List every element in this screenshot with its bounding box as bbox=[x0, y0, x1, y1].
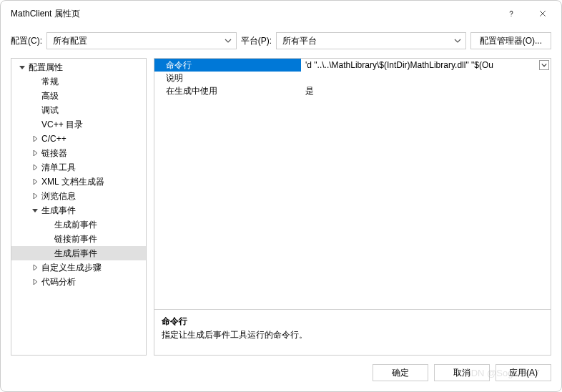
config-manager-button[interactable]: 配置管理器(O)... bbox=[470, 32, 551, 49]
chevron-down-icon bbox=[454, 37, 461, 44]
tree-item-label: VC++ 目录 bbox=[41, 119, 83, 131]
chevron-right-icon[interactable] bbox=[30, 148, 40, 158]
tree-item[interactable]: 配置属性 bbox=[11, 60, 146, 74]
tree-item[interactable]: 生成后事件 bbox=[11, 246, 146, 260]
property-row[interactable]: 在生成中使用是 bbox=[154, 84, 551, 97]
property-row[interactable]: 说明 bbox=[154, 72, 551, 84]
tree-item-label: 链接器 bbox=[41, 147, 67, 160]
tree-item[interactable]: 链接器 bbox=[11, 146, 146, 160]
tree-item[interactable]: 浏览信息 bbox=[11, 189, 146, 203]
property-name: 在生成中使用 bbox=[154, 84, 301, 97]
chevron-down-icon bbox=[225, 37, 232, 44]
tree-item-label: 生成事件 bbox=[41, 205, 76, 217]
tree-item-label: 浏览信息 bbox=[41, 190, 76, 202]
tree-item-label: C/C++ bbox=[41, 134, 66, 144]
property-value[interactable]: 'd "..\..\MathLibrary\$(IntDir)MathLibra… bbox=[301, 59, 551, 72]
tree-item-label: 常规 bbox=[41, 76, 59, 88]
description-text: 指定让生成后事件工具运行的命令行。 bbox=[162, 329, 543, 341]
tree-item[interactable]: VC++ 目录 bbox=[11, 117, 146, 132]
tree-item[interactable]: 常规 bbox=[11, 74, 146, 89]
tree-item-label: 高级 bbox=[41, 90, 59, 102]
chevron-down-icon[interactable] bbox=[30, 205, 40, 215]
svg-point-0 bbox=[511, 16, 511, 16]
chevron-down-icon[interactable] bbox=[17, 62, 27, 72]
tree-item-label: 自定义生成步骤 bbox=[41, 262, 102, 274]
tree-item-label: 生成后事件 bbox=[54, 248, 97, 260]
ok-button[interactable]: 确定 bbox=[373, 364, 428, 381]
description-panel: 命令行 指定让生成后事件工具运行的命令行。 bbox=[154, 309, 551, 355]
description-title: 命令行 bbox=[162, 315, 543, 328]
window-title: MathClient 属性页 bbox=[11, 8, 496, 20]
platform-dropdown[interactable]: 所有平台 bbox=[276, 32, 466, 49]
config-label: 配置(C): bbox=[11, 35, 42, 47]
tree-item-label: 清单工具 bbox=[41, 162, 76, 174]
tree-item[interactable]: 链接前事件 bbox=[11, 232, 146, 246]
close-icon[interactable] bbox=[527, 2, 558, 25]
property-name: 说明 bbox=[154, 72, 301, 84]
tree-item[interactable]: 高级 bbox=[11, 89, 146, 103]
tree-item[interactable]: 生成事件 bbox=[11, 203, 146, 217]
property-row[interactable]: 命令行'd "..\..\MathLibrary\$(IntDir)MathLi… bbox=[154, 59, 551, 72]
tree-item[interactable]: 自定义生成步骤 bbox=[11, 260, 146, 275]
property-name: 命令行 bbox=[154, 59, 301, 72]
tree-item-label: 调试 bbox=[41, 104, 59, 117]
chevron-right-icon[interactable] bbox=[30, 277, 40, 287]
help-icon[interactable] bbox=[496, 2, 527, 25]
chevron-right-icon[interactable] bbox=[30, 263, 40, 273]
tree-item-label: 生成前事件 bbox=[54, 219, 97, 231]
nav-tree[interactable]: 配置属性常规高级调试VC++ 目录C/C++链接器清单工具XML 文档生成器浏览… bbox=[11, 58, 147, 356]
chevron-right-icon[interactable] bbox=[30, 191, 40, 201]
tree-item-label: XML 文档生成器 bbox=[41, 176, 104, 188]
tree-item[interactable]: 生成前事件 bbox=[11, 217, 146, 232]
tree-item[interactable]: C/C++ bbox=[11, 132, 146, 146]
tree-item[interactable]: 清单工具 bbox=[11, 160, 146, 175]
config-dropdown[interactable]: 所有配置 bbox=[46, 32, 237, 49]
chevron-right-icon[interactable] bbox=[30, 162, 40, 172]
property-grid[interactable]: 命令行'd "..\..\MathLibrary\$(IntDir)MathLi… bbox=[154, 59, 551, 309]
tree-item-label: 链接前事件 bbox=[54, 233, 97, 245]
tree-item-label: 配置属性 bbox=[29, 62, 63, 74]
chevron-right-icon[interactable] bbox=[30, 134, 40, 144]
chevron-right-icon[interactable] bbox=[30, 177, 40, 187]
platform-value: 所有平台 bbox=[282, 35, 317, 47]
cancel-button[interactable]: 取消 bbox=[434, 364, 490, 381]
chevron-down-icon[interactable] bbox=[539, 60, 549, 70]
tree-item[interactable]: 代码分析 bbox=[11, 275, 146, 289]
config-value: 所有配置 bbox=[53, 35, 87, 47]
tree-item[interactable]: XML 文档生成器 bbox=[11, 175, 146, 189]
property-value[interactable]: 是 bbox=[301, 84, 551, 97]
apply-button[interactable]: 应用(A) bbox=[496, 364, 551, 381]
property-value[interactable] bbox=[301, 72, 551, 84]
tree-item[interactable]: 调试 bbox=[11, 103, 146, 117]
tree-item-label: 代码分析 bbox=[41, 276, 76, 288]
platform-label: 平台(P): bbox=[241, 35, 272, 47]
